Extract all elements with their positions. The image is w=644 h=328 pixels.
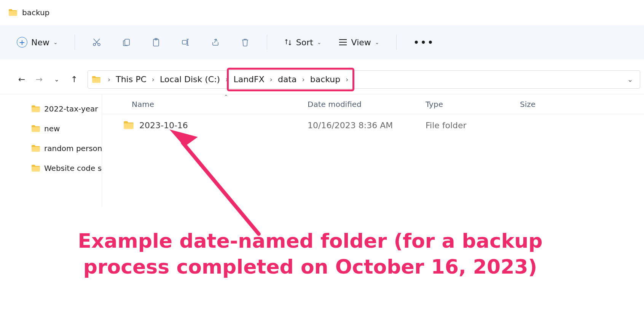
- breadcrumb-bar[interactable]: › This PC › Local Disk (C:) › LandFX › d…: [88, 70, 640, 89]
- folder-icon: [31, 125, 40, 132]
- breadcrumb-this-pc[interactable]: This PC: [114, 73, 148, 86]
- breadcrumb-sep: ›: [298, 75, 309, 83]
- column-header-name[interactable]: Name: [102, 100, 308, 109]
- breadcrumb-history-chevron[interactable]: ⌄: [624, 75, 636, 83]
- nav-row: ← → ⌄ ↑ › This PC › Local Disk (C:) › La…: [0, 65, 644, 94]
- breadcrumb-sep: ›: [342, 75, 352, 83]
- paste-icon[interactable]: [151, 37, 161, 47]
- nav-recent-chevron[interactable]: ⌄: [48, 72, 65, 87]
- new-button[interactable]: + New ⌄: [17, 37, 58, 48]
- file-row-date: 10/16/2023 8:36 AM: [308, 121, 426, 130]
- cut-icon[interactable]: [92, 37, 102, 47]
- chevron-down-icon: ⌄: [53, 39, 58, 45]
- svg-point-1: [98, 43, 100, 46]
- folder-icon: [31, 145, 40, 152]
- toolbar: + New ⌄ Sort ⌄ View ⌄ •••: [0, 25, 644, 59]
- svg-rect-5: [182, 40, 187, 44]
- file-row-type: File folder: [426, 121, 520, 130]
- sidebar-item[interactable]: Website code stuff: [0, 158, 102, 178]
- view-icon: [338, 38, 348, 46]
- nav-up-button[interactable]: ↑: [65, 72, 83, 87]
- new-button-label: New: [31, 38, 49, 47]
- breadcrumb-sep: ›: [222, 75, 232, 83]
- svg-rect-2: [125, 39, 129, 45]
- breadcrumb-local-disk[interactable]: Local Disk (C:): [158, 73, 222, 86]
- sort-caret-icon: ⌃: [224, 94, 228, 100]
- folder-icon: [31, 164, 40, 172]
- more-button[interactable]: •••: [413, 36, 435, 49]
- view-button-label: View: [351, 38, 371, 47]
- chevron-down-icon: ⌄: [375, 39, 379, 45]
- annotation-text: Example date-named folder (for a backup …: [40, 228, 580, 280]
- sidebar-item[interactable]: random personal: [0, 139, 102, 158]
- toolbar-separator: [75, 35, 75, 50]
- share-icon[interactable]: [210, 37, 220, 47]
- sidebar-item-label: random personal: [44, 144, 102, 153]
- sidebar-item-label: new: [44, 124, 60, 133]
- sidebar-item[interactable]: new: [0, 119, 102, 139]
- file-row-name: 2023-10-16: [139, 121, 188, 130]
- plus-icon: +: [17, 37, 27, 48]
- chevron-down-icon: ⌄: [317, 39, 322, 45]
- content-area: 2022-tax-year new random personal Websit…: [0, 94, 644, 207]
- rename-icon[interactable]: [181, 37, 191, 47]
- sort-icon: [284, 38, 292, 46]
- titlebar: backup: [0, 0, 644, 25]
- folder-icon: [31, 105, 40, 113]
- breadcrumb-backup[interactable]: backup: [309, 73, 342, 86]
- breadcrumb-sep: ›: [266, 75, 276, 83]
- toolbar-action-group: [92, 37, 250, 47]
- sidebar-item-label: 2022-tax-year: [44, 104, 98, 113]
- sort-button-label: Sort: [296, 38, 313, 47]
- copy-icon[interactable]: [121, 37, 131, 47]
- toolbar-separator: [396, 35, 397, 50]
- column-header-size[interactable]: Size: [520, 100, 644, 109]
- file-row[interactable]: 2023-10-16 10/16/2023 8:36 AM File folde…: [102, 114, 644, 136]
- folder-icon: [123, 121, 134, 130]
- toolbar-separator: [267, 35, 267, 50]
- sidebar: 2022-tax-year new random personal Websit…: [0, 94, 102, 207]
- nav-back-button[interactable]: ←: [13, 72, 30, 87]
- svg-point-0: [93, 43, 96, 46]
- main-pane: ⌃ Name Date modified Type Size 2023-10-1…: [102, 94, 644, 207]
- delete-icon[interactable]: [240, 37, 250, 47]
- breadcrumb-sep: ›: [104, 75, 114, 83]
- sidebar-item[interactable]: 2022-tax-year: [0, 99, 102, 119]
- breadcrumb-sep: ›: [148, 75, 158, 83]
- sort-button[interactable]: Sort ⌄: [284, 38, 322, 47]
- column-header-date[interactable]: Date modified: [308, 100, 426, 109]
- nav-forward-button[interactable]: →: [30, 72, 48, 87]
- breadcrumb-data[interactable]: data: [276, 73, 298, 86]
- view-button[interactable]: View ⌄: [338, 38, 379, 47]
- breadcrumb-landfx[interactable]: LandFX: [232, 73, 266, 86]
- breadcrumb-folder-icon: [92, 75, 101, 84]
- column-headers: ⌃ Name Date modified Type Size: [102, 94, 644, 114]
- window-title: backup: [22, 8, 49, 17]
- column-header-type[interactable]: Type: [426, 100, 520, 109]
- sidebar-item-label: Website code stuff: [44, 164, 102, 173]
- window-folder-icon: [8, 8, 18, 17]
